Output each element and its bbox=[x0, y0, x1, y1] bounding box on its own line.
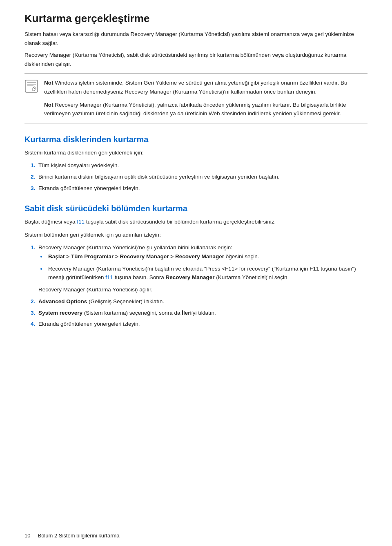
advanced-options-bold: Advanced Options bbox=[38, 298, 87, 304]
note-2-text: Recovery Manager (Kurtarma Yöneticisi), … bbox=[44, 102, 346, 117]
note-1-text: Windows işletim sisteminde, Sistem Geri … bbox=[44, 80, 347, 95]
note-1-label: Not bbox=[44, 80, 53, 86]
section-2-list: Recovery Manager (Kurtarma Yöneticisi)'n… bbox=[37, 243, 368, 329]
section-1-list: Tüm kişisel dosyaları yedekleyin. Birinc… bbox=[37, 161, 368, 192]
section-2-step-3: System recovery (Sistem kurtarma) seçene… bbox=[37, 309, 368, 318]
divider-bottom bbox=[24, 123, 368, 123]
divider-top bbox=[24, 73, 368, 74]
system-recovery-bold: System recovery bbox=[38, 310, 82, 316]
footer-page-number: 10 bbox=[24, 533, 30, 539]
section-2-intro-2: Sistemi bölümden geri yüklemek için şu a… bbox=[24, 230, 368, 239]
section-2-step-2: Advanced Options (Gelişmiş Seçenekler)'i… bbox=[37, 297, 368, 306]
section-1-intro: Sistemi kurtarma disklerinden geri yükle… bbox=[24, 148, 368, 157]
recovery-manager-bold: Recovery Manager bbox=[165, 274, 214, 280]
section-2-step-1-text: Recovery Manager (Kurtarma Yöneticisi)'n… bbox=[38, 244, 232, 251]
footer-chapter-text: Bölüm 2 Sistem bilgilerini kurtarma bbox=[38, 533, 119, 539]
note-1-content: Not Windows işletim sisteminde, Sistem G… bbox=[44, 78, 368, 96]
list-item-1-2: Birinci kurtarma diskini bilgisayarın op… bbox=[37, 172, 368, 181]
note-icon-1 bbox=[24, 79, 40, 94]
f11-text-1: f11 bbox=[77, 219, 85, 225]
note-2-label: Not bbox=[44, 102, 53, 108]
section-2-intro-1: Başlat düğmesi veya f11 tuşuyla sabit di… bbox=[24, 217, 368, 226]
access-method-1: Başlat > Tüm Programlar > Recovery Manag… bbox=[47, 252, 368, 261]
section-1-title: Kurtarma disklerinden kurtarma bbox=[24, 135, 368, 144]
page-footer: 10 Bölüm 2 Sistem bilgilerini kurtarma bbox=[0, 529, 392, 539]
ileri-bold: İleri bbox=[182, 310, 192, 316]
section-2-step-1: Recovery Manager (Kurtarma Yöneticisi)'n… bbox=[37, 243, 368, 294]
step-4-text: Ekranda görüntülenen yönergeleri izleyin… bbox=[38, 321, 140, 327]
note-2-content: Not Recovery Manager (Kurtarma Yöneticis… bbox=[44, 101, 368, 118]
start-path-bold: Başlat > Tüm Programlar > Recovery Manag… bbox=[48, 253, 224, 260]
note-block-1: Not Windows işletim sisteminde, Sistem G… bbox=[24, 78, 368, 96]
access-method-2: Recovery Manager (Kurtarma Yöneticisi)'n… bbox=[47, 264, 368, 282]
section-2-title: Sabit disk sürücüdeki bölümden kurtarma bbox=[24, 204, 368, 213]
page-title: Kurtarma gerçekleştirme bbox=[24, 12, 368, 25]
svg-rect-0 bbox=[25, 80, 38, 92]
access-methods-list: Başlat > Tüm Programlar > Recovery Manag… bbox=[47, 252, 368, 282]
list-item-1-3: Ekranda görüntülenen yönergeleri izleyin… bbox=[37, 184, 368, 193]
list-item-1-1: Tüm kişisel dosyaları yedekleyin. bbox=[37, 161, 368, 170]
f11-text-2: f11 bbox=[105, 274, 113, 280]
note-block-2: Not Recovery Manager (Kurtarma Yöneticis… bbox=[24, 101, 368, 118]
note-pencil-icon bbox=[24, 79, 38, 93]
intro-paragraph-1: Sistem hatası veya kararsızlığı durumund… bbox=[24, 30, 368, 47]
intro-paragraph-2: Recovery Manager (Kurtarma Yöneticisi), … bbox=[24, 51, 368, 68]
section-2-step-4: Ekranda görüntülenen yönergeleri izleyin… bbox=[37, 320, 368, 329]
svg-line-4 bbox=[33, 87, 35, 89]
recovery-manager-opens: Recovery Manager (Kurtarma Yöneticisi) a… bbox=[38, 285, 368, 294]
